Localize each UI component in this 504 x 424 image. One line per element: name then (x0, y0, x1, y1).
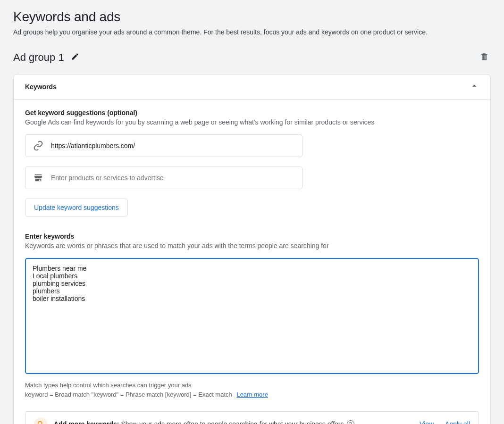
promo-text: Show your ads more often to people searc… (121, 420, 344, 424)
trash-icon (479, 52, 489, 63)
pencil-icon (71, 52, 79, 62)
url-input[interactable] (51, 142, 294, 150)
add-more-keywords-bar: Add more keywords: Show your ads more of… (25, 411, 479, 424)
suggestions-desc: Google Ads can find keywords for you by … (25, 118, 479, 126)
learn-more-link[interactable]: Learn more (236, 391, 268, 398)
apply-all-button[interactable]: Apply all (445, 420, 470, 424)
view-button[interactable]: View (420, 420, 434, 424)
storefront-icon (33, 173, 43, 183)
match-types-hint-1: Match types help control which searches … (25, 381, 479, 390)
suggestions-title: Get keyword suggestions (optional) (25, 109, 479, 116)
card-header-title: Keywords (25, 83, 57, 91)
chevron-up-icon (470, 81, 479, 92)
keywords-textarea[interactable] (33, 265, 471, 366)
match-types-hint-2: keyword = Broad match "keyword" = Phrase… (25, 390, 479, 399)
keywords-card: Keywords Get keyword suggestions (option… (13, 74, 491, 424)
url-input-wrap[interactable] (25, 134, 302, 157)
enter-keywords-desc: Keywords are words or phrases that are u… (25, 242, 479, 249)
ad-group-title: Ad group 1 (13, 51, 64, 64)
products-input-wrap[interactable] (25, 166, 302, 189)
link-icon (33, 141, 43, 151)
promo-bold: Add more keywords: (54, 420, 119, 424)
update-suggestions-button[interactable]: Update keyword suggestions (25, 199, 128, 216)
svg-point-0 (38, 422, 42, 424)
page-subtitle: Ad groups help you organise your ads aro… (13, 28, 491, 36)
help-icon[interactable]: ? (347, 420, 354, 424)
edit-ad-group-button[interactable] (69, 50, 81, 64)
keywords-textarea-wrap[interactable] (25, 258, 479, 374)
products-input[interactable] (51, 174, 294, 182)
keywords-card-header[interactable]: Keywords (14, 75, 490, 100)
page-title: Keywords and ads (13, 9, 491, 25)
enter-keywords-title: Enter keywords (25, 233, 479, 240)
magnify-icon (34, 417, 47, 424)
delete-ad-group-button[interactable] (478, 50, 491, 65)
